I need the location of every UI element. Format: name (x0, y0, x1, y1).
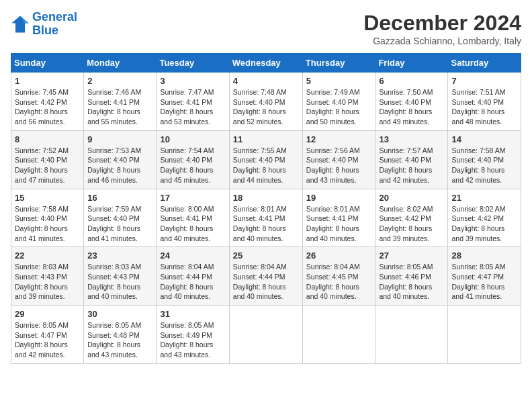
day-number: 20 (379, 193, 444, 203)
day-number: 19 (306, 193, 372, 203)
weekday-header: Thursday (302, 54, 375, 73)
day-number: 22 (15, 250, 80, 261)
calendar-cell: 15 Sunrise: 7:58 AM Sunset: 4:40 PM Dayl… (11, 189, 84, 247)
calendar-cell: 26 Sunrise: 8:04 AM Sunset: 4:45 PM Dayl… (302, 247, 375, 306)
day-info: Sunrise: 8:03 AM Sunset: 4:43 PM Dayligh… (87, 262, 152, 302)
day-info: Sunrise: 8:05 AM Sunset: 4:47 PM Dayligh… (451, 262, 517, 302)
calendar-cell: 27 Sunrise: 8:05 AM Sunset: 4:46 PM Dayl… (375, 247, 448, 306)
day-number: 24 (160, 250, 225, 261)
calendar-cell (375, 306, 448, 364)
calendar-cell: 10 Sunrise: 7:54 AM Sunset: 4:40 PM Dayl… (157, 130, 229, 189)
calendar-cell: 18 Sunrise: 8:01 AM Sunset: 4:41 PM Dayl… (229, 189, 302, 247)
day-info: Sunrise: 7:56 AM Sunset: 4:40 PM Dayligh… (306, 146, 372, 185)
calendar-title: December 2024 (363, 11, 521, 36)
calendar-cell: 11 Sunrise: 7:55 AM Sunset: 4:40 PM Dayl… (229, 130, 302, 189)
weekday-header: Tuesday (157, 54, 229, 73)
weekday-header: Saturday (448, 54, 521, 73)
day-number: 11 (233, 134, 299, 144)
calendar-week-row: 1 Sunrise: 7:45 AM Sunset: 4:42 PM Dayli… (11, 73, 521, 131)
logo-icon (11, 15, 30, 34)
day-number: 29 (15, 309, 80, 319)
day-number: 31 (160, 309, 225, 319)
logo: General Blue (11, 11, 77, 38)
calendar-cell: 28 Sunrise: 8:05 AM Sunset: 4:47 PM Dayl… (448, 247, 521, 306)
day-number: 15 (15, 193, 80, 203)
day-info: Sunrise: 7:45 AM Sunset: 4:42 PM Dayligh… (15, 87, 80, 127)
logo-text: General Blue (32, 11, 77, 38)
weekday-header: Sunday (11, 54, 84, 73)
calendar-week-row: 15 Sunrise: 7:58 AM Sunset: 4:40 PM Dayl… (11, 189, 521, 247)
day-number: 4 (233, 76, 299, 86)
weekday-header: Monday (84, 54, 157, 73)
day-number: 7 (451, 76, 517, 86)
day-info: Sunrise: 7:52 AM Sunset: 4:40 PM Dayligh… (15, 146, 80, 185)
day-number: 8 (15, 134, 80, 144)
calendar-cell: 14 Sunrise: 7:58 AM Sunset: 4:40 PM Dayl… (448, 130, 521, 189)
day-info: Sunrise: 8:02 AM Sunset: 4:42 PM Dayligh… (451, 204, 517, 244)
day-info: Sunrise: 8:05 AM Sunset: 4:47 PM Dayligh… (15, 320, 80, 360)
day-info: Sunrise: 8:05 AM Sunset: 4:48 PM Dayligh… (87, 320, 152, 360)
day-info: Sunrise: 7:55 AM Sunset: 4:40 PM Dayligh… (233, 146, 299, 185)
day-info: Sunrise: 8:01 AM Sunset: 4:41 PM Dayligh… (233, 204, 299, 244)
calendar-cell: 7 Sunrise: 7:51 AM Sunset: 4:40 PM Dayli… (448, 73, 521, 131)
calendar-cell: 8 Sunrise: 7:52 AM Sunset: 4:40 PM Dayli… (11, 130, 84, 189)
day-number: 21 (451, 193, 517, 203)
calendar-cell: 21 Sunrise: 8:02 AM Sunset: 4:42 PM Dayl… (448, 189, 521, 247)
day-info: Sunrise: 7:57 AM Sunset: 4:40 PM Dayligh… (379, 146, 444, 185)
day-number: 16 (87, 193, 152, 203)
calendar-cell: 6 Sunrise: 7:50 AM Sunset: 4:40 PM Dayli… (375, 73, 448, 131)
calendar-cell: 23 Sunrise: 8:03 AM Sunset: 4:43 PM Dayl… (84, 247, 157, 306)
day-info: Sunrise: 7:58 AM Sunset: 4:40 PM Dayligh… (451, 146, 517, 185)
day-info: Sunrise: 7:59 AM Sunset: 4:40 PM Dayligh… (87, 204, 152, 244)
day-number: 14 (451, 134, 517, 144)
day-info: Sunrise: 8:04 AM Sunset: 4:44 PM Dayligh… (233, 262, 299, 302)
day-number: 25 (233, 250, 299, 261)
day-info: Sunrise: 7:50 AM Sunset: 4:40 PM Dayligh… (379, 87, 444, 127)
day-number: 18 (233, 193, 299, 203)
day-number: 3 (160, 76, 225, 86)
day-number: 5 (306, 76, 372, 86)
calendar-week-row: 8 Sunrise: 7:52 AM Sunset: 4:40 PM Dayli… (11, 130, 521, 189)
calendar-cell: 1 Sunrise: 7:45 AM Sunset: 4:42 PM Dayli… (11, 73, 84, 131)
calendar-cell: 3 Sunrise: 7:47 AM Sunset: 4:41 PM Dayli… (157, 73, 229, 131)
day-info: Sunrise: 7:58 AM Sunset: 4:40 PM Dayligh… (15, 204, 80, 244)
day-info: Sunrise: 7:51 AM Sunset: 4:40 PM Dayligh… (451, 87, 517, 127)
calendar-cell: 16 Sunrise: 7:59 AM Sunset: 4:40 PM Dayl… (84, 189, 157, 247)
calendar-cell: 25 Sunrise: 8:04 AM Sunset: 4:44 PM Dayl… (229, 247, 302, 306)
title-block: December 2024 Gazzada Schianno, Lombardy… (363, 11, 521, 46)
day-number: 23 (87, 250, 152, 261)
day-info: Sunrise: 8:04 AM Sunset: 4:44 PM Dayligh… (160, 262, 225, 302)
day-info: Sunrise: 7:46 AM Sunset: 4:41 PM Dayligh… (87, 87, 152, 127)
day-info: Sunrise: 8:01 AM Sunset: 4:41 PM Dayligh… (306, 204, 372, 244)
calendar-cell: 30 Sunrise: 8:05 AM Sunset: 4:48 PM Dayl… (84, 306, 157, 364)
calendar-cell (448, 306, 521, 364)
weekday-header: Wednesday (229, 54, 302, 73)
day-number: 30 (87, 309, 152, 319)
day-info: Sunrise: 7:48 AM Sunset: 4:40 PM Dayligh… (233, 87, 299, 127)
calendar-header-row: SundayMondayTuesdayWednesdayThursdayFrid… (11, 54, 521, 73)
calendar-week-row: 22 Sunrise: 8:03 AM Sunset: 4:43 PM Dayl… (11, 247, 521, 306)
calendar-subtitle: Gazzada Schianno, Lombardy, Italy (363, 36, 521, 46)
day-number: 1 (15, 76, 80, 86)
calendar-week-row: 29 Sunrise: 8:05 AM Sunset: 4:47 PM Dayl… (11, 306, 521, 364)
page-header: General Blue December 2024 Gazzada Schia… (11, 11, 521, 46)
calendar-cell: 13 Sunrise: 7:57 AM Sunset: 4:40 PM Dayl… (375, 130, 448, 189)
svg-marker-0 (11, 15, 28, 32)
day-info: Sunrise: 8:02 AM Sunset: 4:42 PM Dayligh… (379, 204, 444, 244)
calendar-cell: 2 Sunrise: 7:46 AM Sunset: 4:41 PM Dayli… (84, 73, 157, 131)
calendar-table: SundayMondayTuesdayWednesdayThursdayFrid… (11, 53, 521, 364)
calendar-cell (229, 306, 302, 364)
day-number: 10 (160, 134, 225, 144)
day-number: 9 (87, 134, 152, 144)
calendar-cell: 4 Sunrise: 7:48 AM Sunset: 4:40 PM Dayli… (229, 73, 302, 131)
calendar-cell: 12 Sunrise: 7:56 AM Sunset: 4:40 PM Dayl… (302, 130, 375, 189)
day-info: Sunrise: 7:49 AM Sunset: 4:40 PM Dayligh… (306, 87, 372, 127)
day-info: Sunrise: 8:05 AM Sunset: 4:46 PM Dayligh… (379, 262, 444, 302)
day-info: Sunrise: 7:54 AM Sunset: 4:40 PM Dayligh… (160, 146, 225, 185)
day-info: Sunrise: 7:47 AM Sunset: 4:41 PM Dayligh… (160, 87, 225, 127)
day-number: 13 (379, 134, 444, 144)
day-number: 28 (451, 250, 517, 261)
calendar-cell: 29 Sunrise: 8:05 AM Sunset: 4:47 PM Dayl… (11, 306, 84, 364)
day-number: 6 (379, 76, 444, 86)
calendar-cell: 20 Sunrise: 8:02 AM Sunset: 4:42 PM Dayl… (375, 189, 448, 247)
